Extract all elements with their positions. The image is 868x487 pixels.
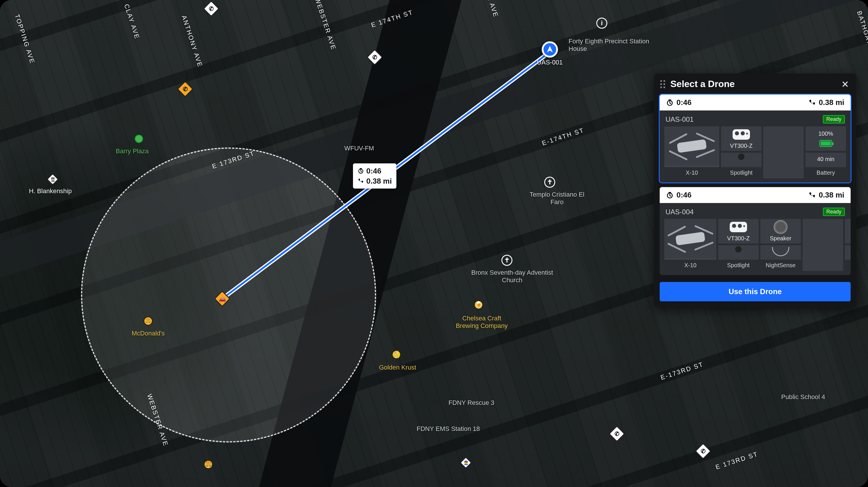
- drone-status-badge: Ready: [823, 115, 845, 124]
- close-button[interactable]: [840, 79, 850, 89]
- payload-tile: Spotlight: [718, 245, 758, 271]
- drone-card-uas-004[interactable]: 0:46 0.38 mi UAS-004 Ready X-10: [660, 187, 850, 275]
- drone-thumb-icon: [664, 223, 716, 255]
- select-drone-panel: Select a Drone 0:46 0.38 mi UAS-001 Read…: [654, 73, 857, 307]
- distance-icon: [808, 191, 816, 199]
- drone-eta-bar: 0:46 0.38 mi: [660, 187, 850, 203]
- battery-pct-tile: 93%: [845, 219, 850, 244]
- timer-icon: [666, 191, 674, 199]
- drone-distance: 0.38 mi: [819, 98, 844, 107]
- poi-label: WFUV-FM: [344, 144, 374, 152]
- panel-body: 0:46 0.38 mi UAS-001 Ready X-10: [654, 95, 857, 280]
- battery-pct-tile: 100%: [806, 126, 846, 151]
- empty-slot: [763, 126, 804, 178]
- speaker-payload-icon: [774, 220, 787, 234]
- poi-label: Chelsea Craft Brewing Company: [450, 315, 514, 330]
- panel-header: Select a Drone: [654, 73, 857, 95]
- use-this-drone-button[interactable]: Use this Drone: [660, 282, 850, 301]
- poi-label: H. Blankenship: [29, 187, 72, 195]
- payload-label: Spotlight: [718, 260, 758, 271]
- airframe-label: X-10: [664, 167, 719, 178]
- flight-distance: 0.38 mi: [366, 176, 392, 186]
- camera-payload-icon: [730, 222, 747, 232]
- poi-label: Templo Cristiano El Faro: [524, 191, 590, 206]
- distance-icon: [358, 178, 364, 184]
- poi-label: Bronx Seventh-day Adventist Church: [469, 269, 556, 284]
- airframe-tile: X-10: [664, 126, 719, 178]
- camera-payload-icon: [733, 129, 750, 140]
- payload-label: NightSense: [761, 260, 801, 271]
- battery-time-tile: 40 min Battery: [806, 153, 846, 178]
- payload-label: Spotlight: [721, 167, 762, 178]
- battery-time-tile: 37 min Battery: [845, 245, 850, 271]
- payload-tile: Speaker: [761, 219, 801, 244]
- drag-handle-icon[interactable]: [660, 80, 665, 88]
- spotlight-payload-icon: [734, 153, 748, 165]
- payload-label: Speaker: [770, 235, 792, 242]
- drone-status-badge: Ready: [823, 208, 845, 216]
- payload-label: VT300-Z: [727, 235, 750, 242]
- battery-label: Battery: [845, 260, 850, 271]
- app-stage: TOPPING AVE CLAY AVE ANTHONY AVE WEBSTER…: [0, 0, 868, 487]
- payload-tile: Spotlight: [721, 153, 762, 178]
- close-icon: [841, 80, 849, 88]
- flight-eta: 0:46: [366, 166, 381, 176]
- drone-distance: 0.38 mi: [819, 191, 844, 199]
- drone-eta-bar: 0:46 0.38 mi: [660, 95, 850, 110]
- nightsense-payload-icon: [772, 247, 789, 256]
- distance-icon: [808, 99, 816, 106]
- drone-id: UAS-001: [665, 116, 693, 124]
- timer-icon: [666, 99, 674, 106]
- poi-label: Barry Plaza: [116, 148, 149, 155]
- battery-flight-time: 40 min: [817, 156, 834, 163]
- payload-tile: NightSense: [761, 245, 801, 271]
- poi-label: Public School 4: [781, 393, 825, 401]
- poi-label: FDNY EMS Station 18: [416, 425, 480, 433]
- payload-label: VT300-Z: [730, 142, 752, 149]
- drone-id: UAS-004: [665, 208, 693, 216]
- poi-label: FDNY Rescue 3: [448, 399, 494, 407]
- poi-label: Forty Eighth Precinct Station House: [568, 38, 650, 53]
- poi-label: McDonald's: [132, 330, 165, 337]
- empty-slot: [803, 219, 843, 271]
- battery-label: Battery: [806, 167, 846, 178]
- drone-eta: 0:46: [677, 98, 691, 107]
- payload-tile: VT300-Z: [718, 219, 758, 244]
- spotlight-payload-icon: [732, 246, 745, 257]
- timer-icon: [358, 168, 364, 174]
- panel-title: Select a Drone: [671, 79, 835, 89]
- poi-label: Golden Krust: [379, 364, 416, 371]
- payload-tile: VT300-Z: [721, 126, 762, 151]
- drone-eta: 0:46: [677, 191, 691, 199]
- airframe-tile: X-10: [664, 219, 716, 271]
- airframe-label: X-10: [664, 260, 716, 271]
- drone-card-uas-001[interactable]: 0:46 0.38 mi UAS-001 Ready X-10: [660, 95, 850, 183]
- flight-path-info: 0:46 0.38 mi: [353, 163, 396, 189]
- battery-percent: 100%: [818, 130, 833, 137]
- drone-thumb-icon: [666, 130, 718, 162]
- battery-icon: [819, 140, 832, 147]
